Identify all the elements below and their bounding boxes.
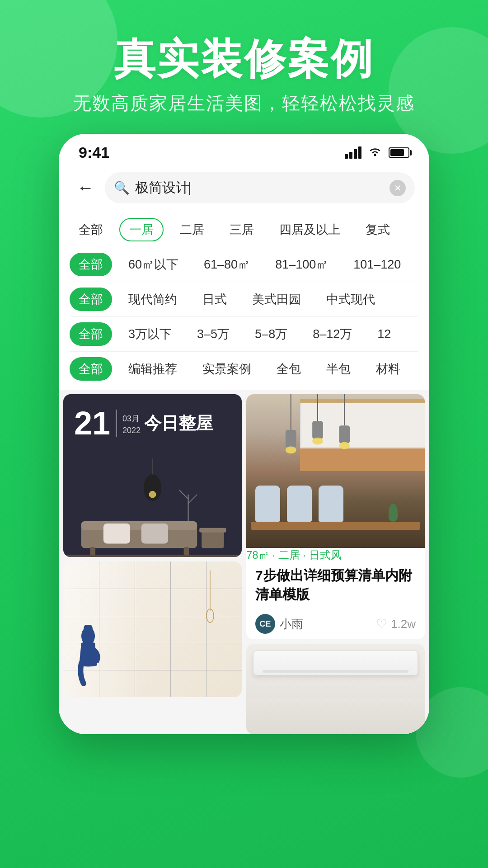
filter-type-real[interactable]: 实景案例: [193, 357, 260, 381]
filter-row-style: 全部 现代简约 日式 美式田园 中式现代: [70, 282, 418, 316]
svg-rect-15: [63, 555, 242, 557]
svg-rect-9: [90, 547, 95, 555]
filter-budget-3w[interactable]: 3万以下: [119, 322, 181, 346]
filter-all-room[interactable]: 全部: [70, 218, 112, 241]
filter-budget-12[interactable]: 12: [368, 324, 400, 345]
svg-point-28: [339, 442, 350, 449]
svg-point-3: [149, 491, 156, 498]
avatar: CE: [255, 614, 275, 634]
search-input[interactable]: 极简设计: [135, 179, 384, 197]
status-bar: 9:41: [59, 134, 429, 166]
filter-area-101-120[interactable]: 101–120: [344, 254, 410, 275]
author-row: CE 小雨: [255, 614, 303, 634]
filter-type-all[interactable]: 全部: [70, 357, 112, 381]
filter-section: 全部 一居 二居 三居 四居及以上 复式 全部 60㎡以下 61–80㎡ 81–…: [59, 212, 429, 390]
card-footer: CE 小雨 ♡ 1.2w: [246, 609, 425, 639]
card-title: 7步做出详细预算清单内附清单模版: [246, 566, 425, 609]
avatar-initials: CE: [259, 619, 271, 629]
back-button[interactable]: ←: [73, 176, 98, 199]
filter-one-room[interactable]: 一居: [119, 218, 164, 241]
signal-icon: [345, 146, 361, 159]
room-scene: [63, 458, 242, 557]
filter-budget-all[interactable]: 全部: [70, 322, 112, 346]
filter-type-editor[interactable]: 编辑推荐: [119, 357, 186, 381]
author-name: 小雨: [280, 616, 303, 632]
search-icon: 🔍: [114, 180, 130, 195]
filter-three-room[interactable]: 三居: [221, 218, 263, 241]
like-row: ♡ 1.2w: [376, 617, 416, 632]
filter-style-american[interactable]: 美式田园: [243, 288, 310, 311]
today-date-num: 21: [74, 407, 110, 439]
filter-style-modern[interactable]: 现代简约: [119, 288, 186, 311]
status-time: 9:41: [79, 144, 109, 161]
filter-row-type: 全部 编辑推荐 实景案例 全包 半包 材料: [70, 352, 418, 386]
svg-rect-13: [202, 530, 224, 548]
wifi-icon: [368, 146, 382, 160]
svg-rect-24: [312, 421, 323, 439]
search-bar-row: ← 🔍 极简设计 ✕: [59, 166, 429, 212]
clear-icon: ✕: [394, 183, 402, 193]
svg-rect-27: [339, 425, 350, 443]
filter-area-all[interactable]: 全部: [70, 253, 112, 276]
kitchen-card[interactable]: 78㎡ · 二居 · 日式风 7步做出详细预算清单内附清单模版 CE 小雨 ♡ …: [246, 394, 425, 639]
svg-rect-12: [141, 524, 168, 543]
filter-budget-3-5w[interactable]: 3–5万: [188, 322, 239, 346]
like-count: 1.2w: [391, 617, 416, 631]
today-year: 2022: [122, 426, 141, 435]
filter-style-chinese[interactable]: 中式现代: [317, 288, 384, 311]
heart-icon[interactable]: ♡: [376, 617, 387, 632]
filter-style-all[interactable]: 全部: [70, 288, 112, 311]
svg-rect-21: [286, 430, 296, 448]
filter-budget-5-8w[interactable]: 5–8万: [246, 322, 296, 346]
search-value: 极简设计: [135, 180, 189, 195]
today-divider: [116, 410, 117, 437]
search-cursor: [189, 182, 190, 195]
filter-row-budget: 全部 3万以下 3–5万 5–8万 8–12万 12: [70, 317, 418, 351]
col-right: 78㎡ · 二居 · 日式风 7步做出详细预算清单内附清单模版 CE 小雨 ♡ …: [246, 394, 425, 734]
filter-type-material[interactable]: 材料: [367, 357, 409, 381]
ac-card[interactable]: [246, 644, 425, 734]
svg-rect-11: [103, 524, 130, 543]
filter-area-60[interactable]: 60㎡以下: [119, 253, 188, 276]
svg-point-22: [286, 447, 296, 454]
filter-area-61-80[interactable]: 61–80㎡: [195, 253, 259, 276]
svg-rect-14: [199, 528, 226, 533]
svg-point-0: [374, 154, 376, 156]
svg-point-25: [312, 438, 323, 445]
today-card[interactable]: 21 03月 2022 今日整屋: [63, 394, 242, 557]
art-card[interactable]: [63, 561, 242, 697]
filter-style-japanese[interactable]: 日式: [193, 288, 236, 311]
svg-rect-8: [81, 521, 197, 530]
main-title: 真实装修案例: [0, 36, 488, 82]
filter-area-81-100[interactable]: 81–100㎡: [266, 253, 337, 276]
svg-rect-10: [184, 547, 189, 555]
header-section: 真实装修案例 无数高质家居生活美图，轻轻松松找灵感: [0, 0, 488, 134]
svg-line-6: [179, 490, 188, 499]
today-title: 今日整屋: [144, 412, 213, 435]
battery-icon: [389, 147, 409, 158]
filter-budget-8-12w[interactable]: 8–12万: [304, 322, 361, 346]
filter-row-room: 全部 一居 二居 三居 四居及以上 复式: [70, 212, 418, 247]
today-month: 03月: [122, 413, 141, 424]
ac-photo: [246, 644, 425, 734]
col-left: 21 03月 2022 今日整屋: [63, 394, 242, 734]
today-label: 21 03月 2022 今日整屋: [74, 407, 213, 439]
filter-two-room[interactable]: 二居: [171, 218, 213, 241]
card-meta: 78㎡ · 二居 · 日式风: [246, 548, 425, 562]
status-icons: [345, 146, 409, 160]
phone-mockup: 9:41 ← 🔍 极简设计: [59, 134, 429, 734]
filter-row-area: 全部 60㎡以下 61–80㎡ 81–100㎡ 101–120: [70, 247, 418, 282]
svg-line-5: [188, 495, 197, 504]
clear-button[interactable]: ✕: [389, 180, 406, 196]
filter-type-full[interactable]: 全包: [267, 357, 310, 381]
art-photo: [63, 561, 242, 697]
search-input-wrap[interactable]: 🔍 极简设计 ✕: [105, 172, 415, 203]
content-grid: 21 03月 2022 今日整屋: [59, 390, 429, 734]
filter-four-room[interactable]: 四居及以上: [270, 218, 349, 241]
filter-type-half[interactable]: 半包: [317, 357, 360, 381]
filter-duplex[interactable]: 复式: [357, 218, 399, 241]
sub-title: 无数高质家居生活美图，轻轻松松找灵感: [0, 91, 488, 116]
